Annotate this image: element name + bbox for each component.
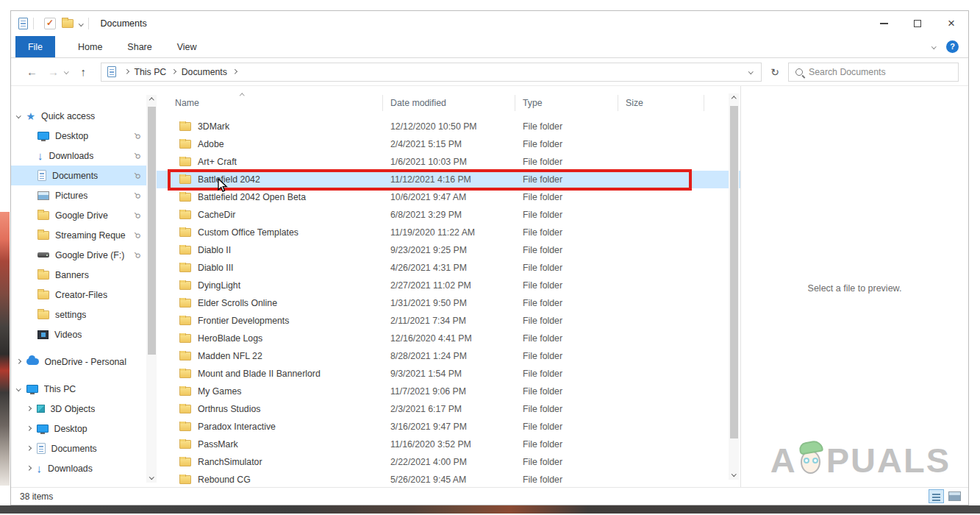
scroll-up-icon[interactable]: [146, 95, 157, 106]
file-row-paradox-interactive[interactable]: Paradox Interactive3/16/2021 9:47 PMFile…: [157, 418, 740, 436]
file-row-frontier-developments[interactable]: Frontier Developments2/11/2021 7:34 PMFi…: [157, 312, 740, 330]
sidebar-item-videos[interactable]: Videos: [11, 324, 157, 344]
maximize-button[interactable]: [901, 11, 934, 36]
sidebar-item-this-pc[interactable]: This PC: [11, 379, 157, 399]
sidebar-item-3d-objects[interactable]: 3D Objects: [11, 399, 157, 419]
scroll-down-icon[interactable]: [146, 472, 157, 483]
sidebar-item-banners[interactable]: Banners: [11, 265, 157, 285]
scrollbar-thumb[interactable]: [730, 106, 738, 438]
scroll-up-icon[interactable]: [729, 93, 739, 104]
file-row-mount-and-blade-ii-bannerlord[interactable]: Mount and Blade II Bannerlord9/3/2021 1:…: [157, 365, 740, 383]
chevron-down-icon[interactable]: [16, 386, 21, 391]
large-icons-view-icon[interactable]: [948, 491, 961, 501]
breadcrumb-chevron-icon[interactable]: [171, 69, 176, 74]
close-button[interactable]: ×: [934, 11, 968, 36]
minimize-button[interactable]: [867, 11, 901, 36]
sidebar-item-documents[interactable]: Documents⚲: [11, 166, 157, 185]
tab-file[interactable]: File: [15, 36, 55, 57]
file-row-diablo-ii[interactable]: Diablo II9/23/2021 9:25 PMFile folder: [157, 241, 740, 259]
file-row-3dmark[interactable]: 3DMark12/12/2020 10:50 PMFile folder: [157, 118, 740, 135]
breadcrumb-chevron-icon[interactable]: [124, 69, 129, 74]
scrollbar-thumb[interactable]: [148, 107, 156, 355]
chevron-right-icon[interactable]: [26, 406, 31, 411]
file-row-ranchsimulator[interactable]: RanchSimulator2/22/2021 4:00 PMFile fold…: [157, 453, 740, 471]
tab-share[interactable]: Share: [115, 36, 164, 57]
up-button[interactable]: ↑: [76, 65, 92, 78]
sidebar-item-pictures[interactable]: Pictures⚲: [11, 185, 157, 205]
new-folder-quick-access-icon[interactable]: [62, 19, 74, 28]
sidebar-item-settings[interactable]: settings: [11, 305, 157, 324]
chevron-down-icon[interactable]: [16, 113, 21, 118]
file-name: My Games: [198, 386, 241, 397]
sidebar-item-quick-access[interactable]: ★Quick access: [11, 106, 157, 126]
file-name-cell: PassMark: [157, 439, 383, 450]
address-dropdown-icon[interactable]: [748, 69, 753, 74]
chevron-right-icon[interactable]: [26, 446, 31, 450]
sidebar-scrollbar[interactable]: [146, 95, 157, 483]
pin-icon: ⚲: [133, 250, 143, 260]
type-cell: File folder: [515, 192, 618, 202]
scroll-down-icon[interactable]: [729, 469, 739, 480]
chevron-right-icon[interactable]: [26, 466, 31, 470]
customize-quick-access-toolbar-icon[interactable]: [79, 21, 83, 26]
back-button[interactable]: ←: [21, 65, 43, 78]
file-row-dyinglight[interactable]: DyingLight2/27/2021 11:02 PMFile folder: [157, 277, 740, 294]
sidebar-item-label: Documents: [51, 444, 97, 454]
help-icon[interactable]: ?: [946, 40, 959, 53]
sidebar-item-google-drive[interactable]: Google Drive⚲: [11, 205, 157, 225]
forward-button[interactable]: →: [43, 65, 64, 78]
file-row-cachedir[interactable]: CacheDir6/8/2021 3:29 PMFile folder: [157, 206, 740, 224]
pin-icon: ⚲: [133, 191, 143, 200]
file-row-madden-nfl-22[interactable]: Madden NFL 228/28/2021 1:24 PMFile folde…: [157, 347, 740, 365]
address-bar[interactable]: This PC Documents: [101, 63, 762, 82]
breadcrumb-this-pc[interactable]: This PC: [135, 67, 167, 77]
search-box[interactable]: [788, 63, 959, 82]
file-row-adobe[interactable]: Adobe2/4/2021 5:15 PMFile folder: [157, 135, 740, 153]
screen: ✓ Documents × File Home Share View ? ←: [0, 0, 980, 515]
collapse-ribbon-icon[interactable]: [931, 44, 936, 49]
recent-locations-icon[interactable]: [64, 69, 68, 74]
file-row-elder-scrolls-online[interactable]: Elder Scrolls Online1/31/2021 9:50 PMFil…: [157, 294, 740, 312]
file-row-passmark[interactable]: PassMark11/16/2020 3:52 PMFile folder: [157, 436, 740, 453]
sidebar-item-documents[interactable]: Documents: [11, 438, 157, 458]
column-header-date-modified[interactable]: Date modified: [383, 95, 515, 111]
sidebar-item-desktop[interactable]: Desktop: [11, 419, 157, 438]
tab-view[interactable]: View: [165, 36, 210, 57]
title-bar: ✓ Documents ×: [11, 11, 968, 36]
search-input[interactable]: [809, 67, 951, 77]
sidebar-item-desktop[interactable]: Desktop⚲: [11, 126, 157, 146]
folder-icon: [179, 334, 191, 343]
file-row-my-games[interactable]: My Games11/7/2021 9:06 PMFile folder: [157, 383, 740, 400]
sidebar-item-creator-files[interactable]: Creator-Files: [11, 285, 157, 305]
sidebar-item-onedrive-personal[interactable]: OneDrive - Personal: [11, 352, 157, 372]
star-icon: ★: [26, 111, 36, 121]
file-row-battlefield-2042-open-beta[interactable]: Battlefield 2042 Open Beta10/6/2021 9:47…: [157, 188, 740, 206]
file-row-art-craft[interactable]: Art+ Craft1/6/2021 10:03 PMFile folder: [157, 153, 740, 171]
details-view-icon[interactable]: [929, 489, 944, 503]
sidebar-item-google-drive-f[interactable]: Google Drive (F:)⚲: [11, 245, 157, 265]
file-row-rebound-cg[interactable]: Rebound CG5/26/2021 9:45 AMFile folder: [157, 471, 740, 489]
properties-quick-access-icon[interactable]: ✓: [44, 18, 56, 29]
date-modified-cell: 9/23/2021 9:25 PM: [383, 245, 515, 255]
column-header-type[interactable]: Type: [515, 95, 618, 111]
chevron-right-icon[interactable]: [26, 426, 31, 430]
folder-icon: [37, 211, 49, 220]
sidebar-item-downloads[interactable]: ↓Downloads⚲: [11, 146, 157, 166]
file-row-orthrus-studios[interactable]: Orthrus Studios2/3/2021 6:17 PMFile fold…: [157, 400, 740, 418]
tab-home[interactable]: Home: [65, 36, 115, 57]
file-row-custom-office-templates[interactable]: Custom Office Templates11/19/2020 11:22 …: [157, 224, 740, 241]
column-header-name[interactable]: Name: [157, 95, 383, 111]
type-cell: File folder: [515, 475, 618, 485]
file-row-heroblade-logs[interactable]: HeroBlade Logs12/16/2020 4:41 PMFile fol…: [157, 330, 740, 347]
sidebar-item-downloads[interactable]: ↓Downloads: [11, 458, 157, 478]
file-list-scrollbar[interactable]: [729, 93, 739, 480]
column-header-size[interactable]: Size: [618, 95, 704, 111]
sidebar-item-streaming-reque[interactable]: Streaming Reque⚲: [11, 225, 157, 245]
breadcrumb-chevron-icon[interactable]: [232, 69, 237, 74]
file-row-diablo-iii[interactable]: Diablo III4/26/2021 4:31 PMFile folder: [157, 259, 740, 277]
background-video-bottom-edge: [0, 505, 980, 514]
chevron-right-icon[interactable]: [16, 359, 21, 363]
refresh-button[interactable]: ↻: [762, 66, 788, 78]
type-cell: File folder: [515, 351, 618, 361]
breadcrumb-documents[interactable]: Documents: [182, 67, 227, 77]
